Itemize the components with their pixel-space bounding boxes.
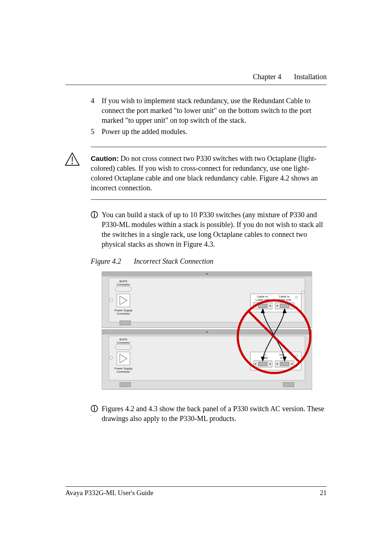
svg-point-27 <box>269 305 271 307</box>
info-note: ⓘ Figures 4.2 and 4.3 show the back pane… <box>91 404 327 424</box>
svg-rect-29 <box>280 304 289 308</box>
bups-label: Connector <box>117 283 130 286</box>
bups-label: BUPS <box>119 338 127 341</box>
content-area: 4 If you wish to implement stack redunda… <box>91 96 327 424</box>
svg-point-61 <box>291 363 293 365</box>
svg-point-62 <box>295 355 298 357</box>
svg-point-38 <box>110 356 113 359</box>
svg-point-8 <box>301 291 304 294</box>
info-note: ⓘ You can build a stack of up to 10 P330… <box>91 210 327 249</box>
step-text: Power up the added modules. <box>102 127 327 137</box>
svg-rect-22 <box>120 321 131 325</box>
psu-label: Connector <box>117 370 130 373</box>
page: Chapter 4 Installation 4 If you wish to … <box>0 0 392 555</box>
psu-label: Connector <box>117 312 130 315</box>
info-icon: ⓘ <box>91 210 102 249</box>
svg-rect-20 <box>117 294 130 307</box>
figure-number: Figure 4.2 <box>91 257 121 265</box>
page-footer: Avaya P332G-ML User's Guide 21 <box>65 486 327 497</box>
svg-point-7 <box>110 298 113 301</box>
svg-point-30 <box>277 305 278 307</box>
header-rule <box>65 85 327 85</box>
cable-label: Cable to <box>257 295 268 298</box>
step-number: 4 <box>91 96 102 125</box>
bups-label: BUPS <box>119 280 127 283</box>
step-text: If you wish to implement stack redundanc… <box>102 96 327 125</box>
svg-point-2 <box>72 163 73 164</box>
list-item: 4 If you wish to implement stack redunda… <box>91 96 327 125</box>
running-header: Chapter 4 Installation <box>65 73 327 81</box>
svg-point-57 <box>269 363 271 365</box>
chapter-title: Installation <box>294 73 327 81</box>
step-number: 5 <box>91 127 102 137</box>
svg-rect-25 <box>258 304 267 308</box>
caution-label: Caution: <box>91 155 119 162</box>
figure-diagram: BUPS Connector Power Supply Connector Ca <box>102 271 327 394</box>
svg-point-36 <box>206 331 208 333</box>
psu-label: Power Supply <box>114 367 132 370</box>
svg-rect-50 <box>117 352 130 365</box>
svg-rect-52 <box>120 382 131 387</box>
svg-rect-64 <box>283 382 294 387</box>
caution-text: Do not cross connect two P330 switches w… <box>91 154 318 192</box>
svg-rect-9 <box>115 287 131 291</box>
caution-block: Caution: Do not cross connect two P330 s… <box>91 147 327 200</box>
psu-label: Power Supply <box>114 309 132 312</box>
svg-rect-55 <box>258 362 267 366</box>
svg-point-5 <box>206 273 208 275</box>
svg-point-60 <box>277 363 278 365</box>
svg-rect-59 <box>280 362 289 366</box>
info-text: You can build a stack of up to 10 P330 s… <box>102 210 327 249</box>
footer-guide-title: Avaya P332G-ML User's Guide <box>65 489 153 497</box>
figure-caption: Figure 4.2 Incorrect Stack Connection <box>91 256 327 266</box>
chapter-label: Chapter 4 <box>253 73 281 81</box>
cable-label: Cable to <box>279 295 290 298</box>
bups-label: Connector <box>117 341 130 344</box>
page-number: 21 <box>320 489 327 497</box>
figure-title: Incorrect Stack Connection <box>134 257 213 265</box>
info-text: Figures 4.2 and 4.3 show the back panel … <box>102 404 327 424</box>
numbered-list: 4 If you wish to implement stack redunda… <box>91 96 327 137</box>
cable-label: U <box>280 356 282 360</box>
svg-point-56 <box>255 363 256 365</box>
info-icon: ⓘ <box>91 404 102 424</box>
caution-icon <box>65 152 80 169</box>
footer-rule <box>65 486 327 487</box>
list-item: 5 Power up the added modules. <box>91 127 327 137</box>
svg-rect-39 <box>115 345 131 349</box>
svg-point-32 <box>295 296 298 299</box>
